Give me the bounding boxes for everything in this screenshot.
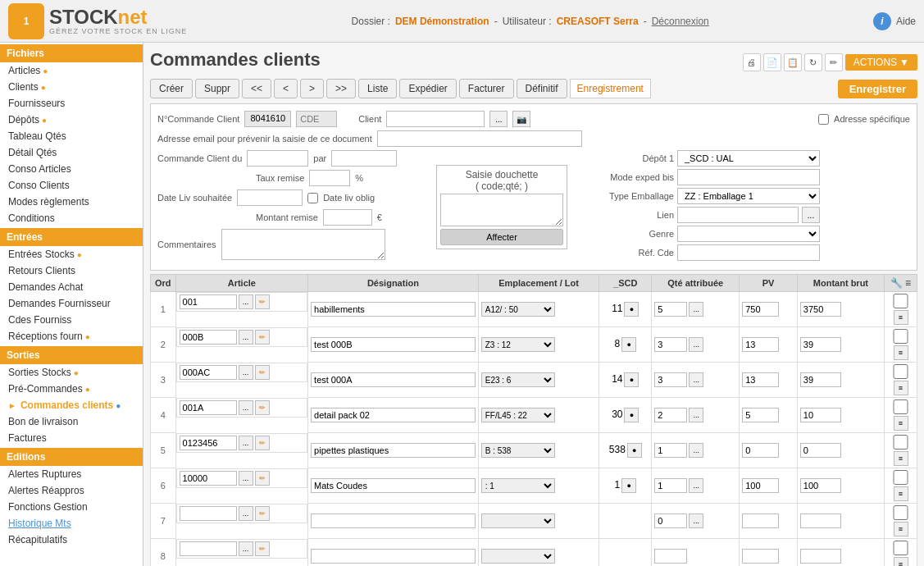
next-next-button[interactable]: >>	[326, 79, 356, 98]
article-edit-button[interactable]: ✏	[255, 294, 270, 309]
article-edit-button[interactable]: ✏	[255, 471, 270, 486]
sidebar-item-conso-clients[interactable]: Conso Clients	[0, 177, 143, 194]
dossier-value[interactable]: DEM Démonstration	[395, 16, 489, 27]
sidebar-item-pre-commandes[interactable]: Pré-Commandes●	[0, 381, 143, 397]
qte-input[interactable]	[654, 549, 687, 564]
prev-prev-button[interactable]: <<	[242, 79, 271, 98]
qte-input[interactable]	[654, 372, 687, 387]
row-detail-button[interactable]: ≡	[894, 451, 908, 466]
liste-button[interactable]: Liste	[358, 79, 397, 98]
emplacement-select[interactable]: E23 : 6	[481, 372, 555, 387]
par-input[interactable]: CREASOFT	[331, 150, 397, 167]
client-search-button[interactable]: ...	[489, 111, 508, 127]
sidebar-item-historique-mts[interactable]: Historique Mts	[0, 515, 143, 532]
designation-input[interactable]	[311, 549, 476, 564]
montant-input[interactable]	[800, 302, 841, 317]
copy-icon-button[interactable]: 📋	[784, 53, 802, 71]
pv-input[interactable]	[742, 549, 779, 564]
row-detail-button[interactable]: ≡	[894, 486, 908, 501]
commentaires-input[interactable]	[221, 229, 385, 260]
designation-input[interactable]	[311, 337, 476, 352]
adresse-specifique-checkbox[interactable]	[818, 114, 829, 125]
pv-input[interactable]	[742, 443, 779, 458]
emplacement-select[interactable]	[481, 549, 555, 564]
article-edit-button[interactable]: ✏	[255, 436, 270, 450]
expedier-button[interactable]: Expédier	[399, 79, 456, 98]
article-input[interactable]	[180, 506, 237, 521]
designation-input[interactable]	[311, 302, 476, 317]
row-checkbox[interactable]	[887, 505, 914, 520]
emplacement-select[interactable]: : 1	[481, 478, 555, 493]
row-checkbox[interactable]	[887, 470, 914, 485]
info-icon-button[interactable]: i	[873, 12, 891, 30]
sidebar-item-demandes-fournisseur[interactable]: Demandes Fournisseur	[0, 295, 143, 312]
sidebar-item-modes-reglements[interactable]: Modes règlements	[0, 194, 143, 210]
sidebar-item-demandes-achat[interactable]: Demandes Achat	[0, 279, 143, 295]
scd-button[interactable]: ●	[624, 372, 639, 387]
sidebar-item-clients[interactable]: Clients●	[0, 79, 143, 95]
export-icon-button[interactable]: 📄	[763, 53, 781, 71]
affecter-button[interactable]: Affecter	[440, 229, 563, 245]
sidebar-item-retours-clients[interactable]: Retours Clients	[0, 262, 143, 279]
actions-button[interactable]: ACTIONS ▼	[845, 54, 917, 71]
article-search-button[interactable]: ...	[239, 330, 253, 345]
article-edit-button[interactable]: ✏	[255, 365, 270, 380]
sidebar-item-conditions[interactable]: Conditions	[0, 210, 143, 226]
sidebar-item-articles[interactable]: Articles●	[0, 62, 143, 79]
row-checkbox[interactable]	[887, 399, 914, 414]
qte-more-button[interactable]: ...	[689, 514, 703, 528]
qte-more-button[interactable]: ...	[689, 337, 703, 352]
article-input[interactable]	[180, 330, 237, 345]
sidebar-item-bon-livraison[interactable]: Bon de livraison	[0, 413, 143, 430]
sidebar-item-alertes-reappros[interactable]: Alertes Réappros	[0, 482, 143, 499]
adresse-email-input[interactable]	[377, 130, 582, 147]
qte-input[interactable]	[654, 443, 687, 458]
row-detail-button[interactable]: ≡	[894, 310, 908, 325]
article-input[interactable]	[180, 541, 237, 556]
mode-exped-input[interactable]	[677, 169, 820, 185]
emplacement-select[interactable]: B : 538	[481, 443, 555, 458]
designation-input[interactable]	[311, 372, 476, 387]
article-search-button[interactable]: ...	[239, 365, 253, 380]
qte-input[interactable]	[654, 408, 687, 422]
article-input[interactable]	[180, 436, 237, 450]
sidebar-item-alertes-ruptures[interactable]: Alertes Ruptures	[0, 466, 143, 482]
suppr-button[interactable]: Suppr	[195, 79, 239, 98]
qte-more-button[interactable]: ...	[689, 372, 703, 387]
article-input[interactable]	[180, 294, 237, 309]
prev-button[interactable]: <	[274, 79, 298, 98]
row-checkbox[interactable]	[887, 364, 914, 379]
sidebar-item-cdes-fourniss[interactable]: Cdes Fourniss	[0, 312, 143, 328]
lien-button[interactable]: ...	[802, 207, 820, 223]
qte-input[interactable]	[654, 337, 687, 352]
pv-input[interactable]	[742, 337, 779, 352]
sidebar-item-entrees-stocks[interactable]: Entrées Stocks●	[0, 246, 143, 262]
row-detail-button[interactable]: ≡	[894, 522, 908, 536]
montant-remise-input[interactable]: 0,00	[323, 209, 372, 226]
qte-more-button[interactable]: ...	[689, 443, 703, 458]
sidebar-item-recapitulatifs[interactable]: Récapitulatifs	[0, 532, 143, 548]
montant-input[interactable]	[800, 549, 841, 564]
enregistrer-button[interactable]: Enregistrer	[838, 80, 917, 98]
row-checkbox[interactable]	[887, 435, 914, 450]
montant-input[interactable]	[800, 443, 841, 458]
article-search-button[interactable]: ...	[239, 400, 253, 415]
article-edit-button[interactable]: ✏	[255, 400, 270, 415]
sidebar-item-depots[interactable]: Dépôts●	[0, 112, 143, 128]
scd-button[interactable]: ●	[621, 478, 636, 493]
article-edit-button[interactable]: ✏	[255, 330, 270, 345]
date-liv-input[interactable]	[237, 189, 303, 206]
article-input[interactable]	[180, 400, 237, 415]
article-search-button[interactable]: ...	[239, 506, 253, 521]
pv-input[interactable]	[742, 372, 779, 387]
qte-more-button[interactable]: ...	[689, 302, 703, 317]
sidebar-item-sorties-stocks[interactable]: Sorties Stocks●	[0, 364, 143, 381]
sidebar-item-fonctions-gestion[interactable]: Fonctions Gestion	[0, 499, 143, 515]
scd-button[interactable]: ●	[621, 337, 636, 352]
row-checkbox[interactable]	[887, 329, 914, 344]
article-search-button[interactable]: ...	[239, 471, 253, 486]
qte-input[interactable]	[654, 478, 687, 493]
article-edit-button[interactable]: ✏	[255, 506, 270, 521]
ref-cde-input[interactable]	[677, 244, 820, 261]
designation-input[interactable]	[311, 514, 476, 528]
